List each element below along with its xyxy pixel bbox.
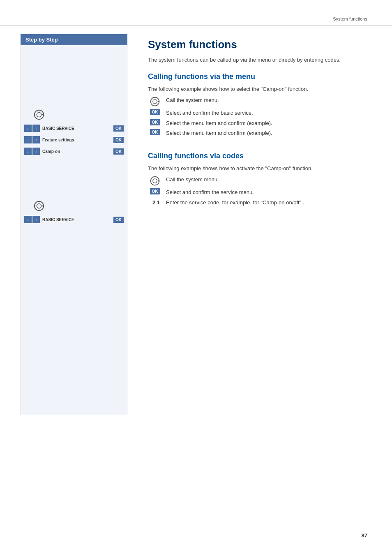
- arrow-up-4[interactable]: ↑: [32, 216, 40, 223]
- sidebar-row-camp-on: ↓ ↑ Camp-on OK: [21, 146, 127, 157]
- section1-step2-text: Select and confirm the basic service.: [166, 109, 371, 117]
- ok-key-s1-1: OK: [150, 109, 160, 115]
- svg-point-7: [153, 99, 157, 104]
- ok-badge-2: OK: [113, 137, 124, 143]
- section1-step-menu: Call the system menu.: [148, 96, 371, 107]
- feature-settings-label: Feature settings: [42, 138, 111, 142]
- sidebar-content: ↓ ↑ BASIC SERVICE OK ↓ ↑ Feature setting…: [21, 45, 127, 415]
- sidebar: Step by Step ↓ ↑ BASIC SERVICE OK: [21, 26, 136, 415]
- section2-step-ok: OK Select and confirm the service menu.: [148, 188, 371, 197]
- menu-icon-row-2: [21, 198, 127, 214]
- nav-arrows-1: ↓ ↑: [24, 125, 40, 132]
- svg-point-1: [37, 112, 41, 117]
- menu-icon-step1: [150, 96, 160, 107]
- ok-key-s2-1: OK: [150, 188, 160, 194]
- section1-step4-text: Select the menu item and confirm (exampl…: [166, 129, 371, 137]
- nav-arrows-4: ↓ ↑: [24, 216, 40, 223]
- section1-desc: The following example shows how to selec…: [148, 85, 371, 93]
- page-title: System functions: [148, 38, 371, 51]
- svg-marker-8: [157, 100, 159, 102]
- basic-service-label-1: BASIC SERVICE: [42, 126, 111, 131]
- intro-text: The system functions can be called up vi…: [148, 56, 371, 64]
- section1-title: Calling functions via the menu: [148, 72, 371, 81]
- ok-key-s1-2: OK: [150, 119, 160, 125]
- step-by-step-header: Step by Step: [21, 34, 127, 45]
- basic-service-label-2: BASIC SERVICE: [42, 217, 111, 222]
- arrow-up-2[interactable]: ↑: [32, 136, 40, 143]
- sidebar-row-basic-service-2: ↓ ↑ BASIC SERVICE OK: [21, 214, 127, 225]
- ok-badge-1: OK: [113, 125, 124, 132]
- arrow-down-2[interactable]: ↓: [24, 136, 32, 143]
- section2-step2-text: Select and confirm the service menu.: [166, 188, 371, 197]
- section2-step-menu: Call the system menu.: [148, 176, 371, 186]
- number-key-21: 2 1: [150, 199, 160, 206]
- svg-point-4: [37, 204, 41, 208]
- arrow-up-3[interactable]: ↑: [32, 148, 40, 155]
- ok-badge-4: OK: [113, 217, 124, 223]
- section2-step3-text: Enter the service code, for example, for…: [166, 199, 371, 207]
- section1-step-ok3: OK Select the menu item and confirm (exa…: [148, 129, 371, 137]
- section1-step1-text: Call the system menu.: [166, 96, 371, 104]
- header-title: System functions: [333, 16, 367, 21]
- ok-badge-3: OK: [113, 148, 124, 155]
- nav-arrows-3: ↓ ↑: [24, 148, 40, 155]
- page-header: System functions: [0, 0, 392, 26]
- arrow-down-1[interactable]: ↓: [24, 125, 32, 132]
- svg-marker-5: [42, 205, 44, 207]
- svg-marker-2: [42, 113, 44, 116]
- menu-icon-row-1: [21, 107, 127, 123]
- section2-step-number: 2 1 Enter the service code, for example,…: [148, 199, 371, 207]
- arrow-down-4[interactable]: ↓: [24, 216, 32, 223]
- section2-title: Calling functions via codes: [148, 152, 371, 160]
- main-content: System functions The system functions ca…: [136, 26, 371, 415]
- svg-point-10: [153, 179, 157, 183]
- menu-circle-icon-2: [33, 200, 45, 212]
- menu-icon-step2: [150, 176, 160, 186]
- svg-marker-11: [157, 180, 159, 182]
- menu-circle-icon-1: [33, 109, 45, 120]
- ok-key-s1-3: OK: [150, 129, 160, 135]
- arrow-down-3[interactable]: ↓: [24, 148, 32, 155]
- section1-step3-text: Select the menu item and confirm (exampl…: [166, 119, 371, 127]
- sidebar-row-feature-settings: ↓ ↑ Feature settings OK: [21, 134, 127, 146]
- section2-desc: The following example shows how to activ…: [148, 164, 371, 173]
- section1-step-ok2: OK Select the menu item and confirm (exa…: [148, 119, 371, 127]
- section2-step1-text: Call the system menu.: [166, 176, 371, 184]
- sidebar-row-basic-service-1: ↓ ↑ BASIC SERVICE OK: [21, 123, 127, 134]
- nav-arrows-2: ↓ ↑: [24, 136, 40, 143]
- section1-step-ok1: OK Select and confirm the basic service.: [148, 109, 371, 117]
- camp-on-label: Camp-on: [42, 149, 111, 154]
- arrow-up-1[interactable]: ↑: [32, 125, 40, 132]
- page-number: 87: [362, 532, 367, 539]
